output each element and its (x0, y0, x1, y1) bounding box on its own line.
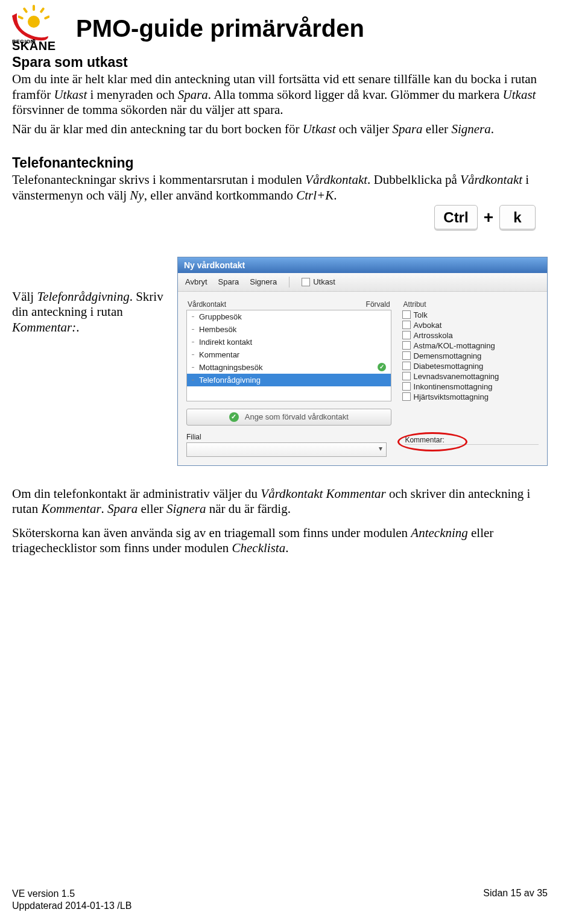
attribut-item[interactable]: Inkontinensmottagning (402, 382, 539, 392)
vardkontakt-list[interactable]: GruppbesökHembesökIndirekt kontaktKommen… (186, 310, 391, 401)
dialog-toolbar: Avbryt Spara Signera Utkast (178, 273, 547, 292)
key-k: k (499, 205, 536, 230)
footer-updated: Uppdaterad 2014-01-13 /LB (12, 900, 131, 912)
list-item[interactable]: Hembesök (187, 323, 391, 336)
col-head-attribut: Attribut (403, 300, 426, 309)
skane-logo: REGION SKÅNE (8, 5, 62, 52)
para-spara-2: När du är klar med din anteckning tar du… (12, 122, 548, 137)
toolbar-avbryt[interactable]: Avbryt (185, 277, 207, 286)
checkbox-icon (402, 392, 411, 401)
checkbox-icon (402, 321, 411, 329)
logo-skane-text: SKÅNE (12, 39, 56, 53)
check-circle-icon: ✓ (378, 363, 386, 371)
list-item[interactable]: Kommentar (187, 348, 391, 361)
filial-label: Filial (186, 433, 387, 441)
list-item[interactable]: Indirekt kontakt (187, 336, 391, 348)
attribut-item[interactable]: Hjärtsviktsmottagning (402, 392, 539, 402)
attribut-item[interactable]: Diabetesmottagning (402, 361, 539, 371)
footer-page-number: Sidan 15 av 35 (483, 888, 548, 912)
list-item[interactable]: Telefonrådgivning (187, 374, 391, 386)
col-head-vardkontakt: Vårdkontakt (188, 300, 226, 309)
page-footer: VE version 1.5 Uppdaterad 2014-01-13 /LB… (12, 888, 548, 912)
checkbox-icon (402, 372, 411, 380)
checkbox-icon (402, 341, 411, 350)
attribut-item[interactable]: Levnadsvanemottagning (402, 371, 539, 382)
figure-caption: Välj Telefonrådgivning. Skriv din anteck… (12, 257, 170, 336)
para-after-1: Om din telefonkontakt är administrativ v… (12, 486, 548, 517)
attribut-item[interactable]: Tolk (402, 310, 539, 320)
list-item[interactable]: Gruppbesök (187, 310, 391, 323)
footer-version: VE version 1.5 (12, 888, 131, 900)
checkbox-icon (402, 310, 411, 319)
heading-spara-som-utkast: Spara som utkast (12, 54, 548, 71)
para-spara-1: Om du inte är helt klar med din anteckni… (12, 72, 548, 118)
checkbox-icon (402, 382, 411, 391)
dialog-ny-vardkontakt: Ny vårdkontakt Avbryt Spara Signera Utka… (177, 257, 548, 466)
key-ctrl: Ctrl (434, 205, 477, 230)
forvald-button[interactable]: ✓ Ange som förvald vårdkontakt (186, 409, 391, 426)
keyboard-shortcut-row: Ctrl + k (12, 205, 548, 230)
attribut-item[interactable]: Demensmottagning (402, 351, 539, 361)
checkbox-icon (302, 278, 310, 286)
para-telefon: Telefonanteckningar skrivs i kommentarsr… (12, 172, 548, 203)
checkbox-icon (402, 351, 411, 360)
dialog-title: Ny vårdkontakt (178, 257, 547, 273)
attribut-item[interactable]: Avbokat (402, 320, 539, 330)
attribut-item[interactable]: Astma/KOL-mottagning (402, 341, 539, 351)
toolbar-utkast-checkbox[interactable]: Utkast (302, 277, 335, 286)
check-circle-icon: ✓ (229, 412, 239, 422)
attribut-item[interactable]: Artrosskola (402, 330, 539, 341)
checkbox-icon (402, 331, 411, 339)
toolbar-signera[interactable]: Signera (250, 277, 277, 286)
heading-telefonanteckning: Telefonanteckning (12, 155, 548, 171)
key-plus: + (484, 208, 493, 227)
filial-select[interactable] (186, 442, 387, 457)
checkbox-icon (402, 362, 411, 370)
attribut-list: TolkAvbokatArtrosskolaAstma/KOL-mottagni… (402, 310, 539, 402)
toolbar-spara[interactable]: Spara (218, 277, 239, 286)
col-head-forvald: Förvald (366, 300, 390, 309)
list-item[interactable]: Mottagningsbesök✓ (187, 361, 391, 374)
document-title: PMO-guide primärvården (76, 15, 364, 42)
para-after-2: Sköterskorna kan även använda sig av en … (12, 526, 548, 556)
